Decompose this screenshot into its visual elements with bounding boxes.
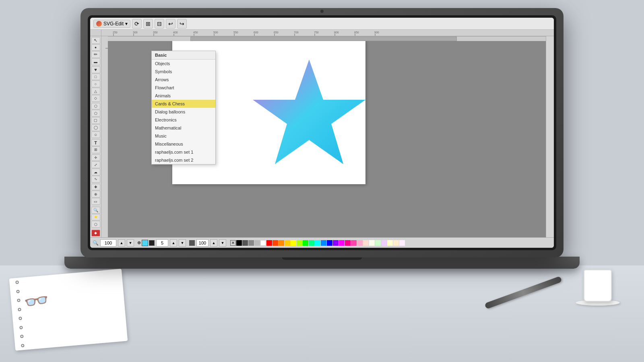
rect2-tool-btn[interactable]: ▭ — [91, 198, 100, 205]
menu-item-raphael-set1[interactable]: raphaeljs.com set 1 — [152, 148, 215, 156]
palette-orange[interactable] — [279, 240, 284, 246]
smiley-tool-btn[interactable]: ☺ — [91, 132, 100, 138]
stroke-down-btn[interactable]: ▼ — [179, 239, 186, 247]
pentagon-tool-btn[interactable]: ⬠ — [91, 110, 100, 117]
circle-tool-btn[interactable]: ○ — [91, 80, 100, 87]
palette-black[interactable] — [236, 240, 242, 246]
zoom-input[interactable] — [100, 239, 116, 247]
menu-item-mathematical[interactable]: Mathematical — [152, 124, 215, 132]
horizontal-ruler: 250 300 350 400 450 500 — [101, 30, 554, 36]
menu-item-objects[interactable]: Objects — [152, 60, 215, 68]
rect-tool-btn[interactable]: □ — [91, 74, 100, 80]
polygon-tool-btn[interactable]: ⬡ — [91, 221, 100, 228]
line-tool-btn[interactable]: ▬ — [91, 58, 100, 65]
ruler-row: 250 300 350 400 450 500 — [90, 30, 554, 36]
palette-sky[interactable] — [321, 240, 326, 246]
stroke-color-box[interactable] — [149, 240, 155, 246]
ellipse-tool-btn[interactable]: ◯ — [91, 124, 100, 131]
palette-gray[interactable] — [248, 240, 254, 246]
zoom-tool-btn[interactable]: 🔍 — [91, 207, 100, 214]
heart-tool-btn[interactable]: ♥ — [91, 66, 100, 73]
palette-yellow-orange[interactable] — [285, 240, 290, 246]
menu-item-animals[interactable]: Animals — [152, 92, 215, 100]
triangle-tool-btn[interactable]: △ — [91, 88, 100, 95]
table-button[interactable]: ⊟ — [155, 19, 164, 29]
menu-item-dialog-balloons[interactable]: Dialog balloons — [152, 108, 215, 116]
palette-pale-yellow[interactable] — [387, 240, 393, 246]
palette-lgray[interactable] — [254, 240, 260, 246]
palette-near-white[interactable] — [399, 240, 405, 246]
opacity-up-btn[interactable]: ▲ — [210, 239, 217, 247]
stroke-width-input[interactable] — [156, 239, 168, 247]
palette-peach[interactable] — [363, 240, 369, 246]
node-tool-btn[interactable]: ● — [91, 44, 100, 51]
palette-yellow-green[interactable] — [297, 240, 302, 246]
palette-green[interactable] — [303, 240, 308, 246]
zoom-up-btn[interactable]: ▲ — [118, 239, 125, 247]
palette-light-orange[interactable] — [393, 240, 399, 246]
curve-tool-btn[interactable]: ∿ — [91, 176, 100, 183]
svg-text:850: 850 — [354, 31, 359, 34]
vertical-ruler — [101, 36, 108, 237]
menu-item-flowchart[interactable]: Flowchart — [152, 84, 215, 92]
move-tool-btn[interactable]: ⤢ — [91, 161, 100, 168]
menu-item-music[interactable]: Music — [152, 132, 215, 140]
text-icon: T — [94, 140, 97, 145]
shape-library-dropdown[interactable]: Basic Objects Symbols Arrows Flowchart A… — [151, 51, 216, 165]
palette-blue[interactable] — [327, 240, 332, 246]
menu-item-cards-chess[interactable]: Cards & Chess — [152, 100, 215, 108]
diamond-tool-btn[interactable]: ◇ — [91, 95, 100, 102]
menu-item-symbols[interactable]: Symbols — [152, 68, 215, 76]
arrow-tool-btn[interactable]: ✛ — [91, 154, 100, 161]
stroke-up-btn[interactable]: ▲ — [170, 239, 177, 247]
palette-light-pink[interactable] — [357, 240, 363, 246]
palette-pink[interactable] — [345, 240, 351, 246]
image-tool-btn[interactable]: ⊞ — [91, 146, 100, 153]
palette-hot-pink[interactable] — [351, 240, 357, 246]
text-tool-btn[interactable]: T — [91, 139, 100, 146]
palette-orange-red[interactable] — [272, 240, 278, 246]
palette-lavender[interactable] — [381, 240, 387, 246]
palette-yellow[interactable] — [291, 240, 296, 246]
canvas-area[interactable]: Basic Objects Symbols Arrows Flowchart A… — [108, 36, 546, 237]
redo-icon: ↪ — [180, 21, 184, 27]
glasses: 👓 — [22, 288, 51, 315]
laptop-screen: SVG-Edit ▾ ⟳ ⊞ ⊟ ↩ — [90, 18, 554, 248]
zoom-down-btn[interactable]: ▼ — [127, 239, 134, 247]
opacity-input[interactable] — [196, 239, 208, 247]
star-container — [245, 51, 374, 180]
select-tool-btn[interactable]: ↖ — [91, 37, 100, 44]
hex-tool-btn[interactable]: ⬡ — [91, 103, 100, 110]
palette-magenta[interactable] — [339, 240, 345, 246]
pencil-tool-btn[interactable]: ✏ — [91, 51, 100, 58]
palette-white[interactable] — [260, 240, 266, 246]
rotate-button[interactable]: ⟳ — [132, 19, 142, 29]
undo-button[interactable]: ↩ — [166, 19, 175, 29]
plus-tool-btn[interactable]: ⊕ — [91, 191, 100, 197]
dropper-tool-btn[interactable]: ◆ — [91, 230, 100, 237]
scrollbar-thumb[interactable] — [190, 37, 457, 41]
palette-dgray[interactable] — [242, 240, 248, 246]
palette-cyan[interactable] — [315, 240, 320, 246]
logo-button[interactable]: SVG-Edit ▾ — [93, 20, 130, 28]
cross-arrow-btn[interactable]: ✚ — [91, 184, 100, 191]
palette-light-green[interactable] — [375, 240, 381, 246]
palette-teal[interactable] — [309, 240, 314, 246]
opacity-down-btn[interactable]: ▼ — [219, 239, 226, 247]
redo-button[interactable]: ↪ — [177, 19, 187, 29]
fill-color-box[interactable] — [142, 240, 148, 246]
cloud-tool-btn[interactable]: ☁ — [91, 169, 100, 175]
star-tool-btn[interactable]: ★ — [91, 214, 100, 221]
menu-item-electronics[interactable]: Electronics — [152, 116, 215, 124]
palette-purple[interactable] — [333, 240, 339, 246]
menu-item-raphael-set2[interactable]: raphaeljs.com set 2 — [152, 156, 215, 164]
table-icon: ⊟ — [157, 21, 162, 27]
rounded-rect-btn[interactable]: ▢ — [91, 117, 100, 124]
palette-red[interactable] — [266, 240, 272, 246]
no-color-btn[interactable]: ✕ — [230, 240, 236, 246]
grid-button[interactable]: ⊞ — [143, 19, 153, 29]
menu-item-miscellaneous[interactable]: Miscellaneous — [152, 140, 215, 148]
menu-item-arrows[interactable]: Arrows — [152, 76, 215, 84]
palette-cream[interactable] — [369, 240, 375, 246]
horizontal-scrollbar[interactable] — [101, 36, 546, 41]
